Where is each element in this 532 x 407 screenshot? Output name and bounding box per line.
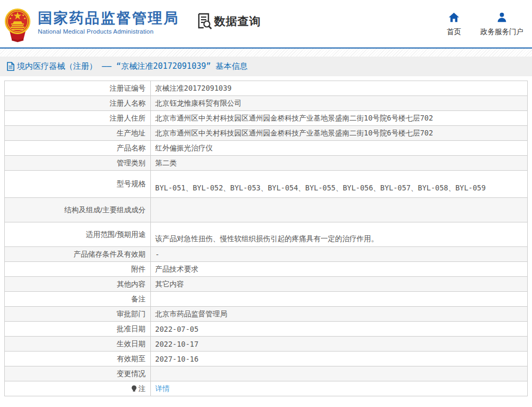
- row-label: 型号规格: [5, 171, 151, 197]
- detail-link[interactable]: 详情: [155, 384, 170, 394]
- row-value: 2027-10-16: [151, 352, 527, 366]
- row-value: [151, 292, 527, 306]
- row-value: 北京市通州区中关村科技园区通州园金桥科技产业基地景盛南二街10号院6号楼七层70…: [151, 111, 527, 125]
- table-row: 适用范围/预期用途该产品对急性扭伤、慢性软组织损伤引起的疼痛具有一定的治疗作用。: [5, 222, 527, 247]
- row-value: 该产品对急性扭伤、慢性软组织损伤引起的疼痛具有一定的治疗作用。: [151, 222, 527, 246]
- row-value: 京械注准20172091039: [151, 81, 527, 95]
- table-row: 变更情况: [5, 366, 527, 381]
- row-value: -: [151, 247, 527, 261]
- table-row: 管理类别第二类: [5, 156, 527, 171]
- row-label: 注册人住所: [5, 111, 151, 125]
- data-query-section: 数据查询: [197, 13, 261, 29]
- table-row: 注册证编号京械注准20172091039: [5, 81, 527, 96]
- row-value: 详情: [151, 381, 527, 396]
- table-row: 生效日期2022-10-17: [5, 337, 527, 352]
- table-row: 备注: [5, 292, 527, 307]
- table-row: 产品储存条件及有效期-: [5, 247, 527, 262]
- row-label: 生产地址: [5, 126, 151, 140]
- home-icon: [448, 12, 460, 23]
- agency-titles: 国家药品监督管理局 National Medical Products Admi…: [38, 11, 180, 35]
- row-value: 北京市药品监督管理局: [151, 307, 527, 321]
- data-query-icon: [197, 13, 212, 29]
- nav-gov-portal[interactable]: 政务服务门户: [480, 12, 523, 37]
- row-label: 审批部门: [5, 307, 151, 321]
- row-value: 2022-07-05: [151, 322, 527, 336]
- table-row: 注册人住所北京市通州区中关村科技园区通州园金桥科技产业基地景盛南二街10号院6号…: [5, 111, 527, 126]
- row-value: 其它内容: [151, 277, 527, 291]
- row-value: BYL-051、BYL-052、BYL-053、BYL-054、BYL-055、…: [151, 171, 527, 197]
- agency-brand: 国家药品监督管理局 National Medical Products Admi…: [4, 5, 180, 43]
- row-value: 红外偏振光治疗仪: [151, 141, 527, 155]
- agency-title-en: National Medical Products Administration: [38, 28, 180, 35]
- row-value: [151, 366, 527, 381]
- breadcrumb: 境内医疗器械（注册） —— “京械注准20172091039” 基本信息: [0, 57, 532, 76]
- national-emblem-icon: [4, 7, 31, 43]
- row-value: 2022-10-17: [151, 337, 527, 351]
- row-label: 产品储存条件及有效期: [5, 247, 151, 261]
- site-header: 国家药品监督管理局 National Medical Products Admi…: [0, 0, 532, 47]
- row-label: 其他内容: [5, 277, 151, 291]
- row-value: [151, 198, 527, 222]
- row-label: 适用范围/预期用途: [5, 222, 151, 246]
- row-value: 北京市通州区中关村科技园区通州园金桥科技产业基地景盛南二街10号院6号楼七层70…: [151, 126, 527, 140]
- breadcrumb-text: 境内医疗器械（注册） —— “京械注准20172091039” 基本信息: [17, 61, 248, 71]
- nav-gov-portal-label: 政务服务门户: [480, 27, 523, 37]
- row-label: 批准日期: [5, 322, 151, 336]
- row-label: 备注: [5, 292, 151, 306]
- row-label: 附件: [5, 262, 151, 276]
- hatch-band: [0, 49, 532, 57]
- table-row: 结构及组成/主要组成成分: [5, 198, 527, 222]
- header-nav: 首页 政务服务门户: [447, 12, 523, 37]
- row-label: 注: [5, 381, 151, 396]
- table-row: 注册人名称北京钰龙惟康科贸有限公司: [5, 96, 527, 111]
- row-value: 产品技术要求: [151, 262, 527, 276]
- row-value: 第二类: [151, 156, 527, 170]
- person-icon: [496, 12, 507, 23]
- row-label: 注册证编号: [5, 81, 151, 95]
- table-row: 产品名称红外偏振光治疗仪: [5, 141, 527, 156]
- document-icon: [7, 62, 14, 71]
- table-row: 生产地址北京市通州区中关村科技园区通州园金桥科技产业基地景盛南二街10号院6号楼…: [5, 126, 527, 141]
- nav-home[interactable]: 首页: [447, 12, 461, 37]
- row-label: 管理类别: [5, 156, 151, 170]
- table-row: 其他内容其它内容: [5, 277, 527, 292]
- row-label: 有效期至: [5, 352, 151, 366]
- row-label: 产品名称: [5, 141, 151, 155]
- row-label: 生效日期: [5, 337, 151, 351]
- table-row: 注详情: [5, 381, 527, 396]
- row-label: 变更情况: [5, 366, 151, 381]
- row-value: 北京钰龙惟康科贸有限公司: [151, 96, 527, 110]
- table-row: 审批部门北京市药品监督管理局: [5, 307, 527, 322]
- row-label: 结构及组成/主要组成成分: [5, 198, 151, 222]
- table-row: 批准日期2022-07-05: [5, 322, 527, 337]
- bulb-icon: [131, 385, 137, 392]
- table-row: 有效期至2027-10-16: [5, 352, 527, 366]
- row-label: 注册人名称: [5, 96, 151, 110]
- nav-home-label: 首页: [447, 27, 461, 37]
- agency-title-cn: 国家药品监督管理局: [38, 11, 180, 27]
- data-query-label: 数据查询: [214, 14, 261, 29]
- table-row: 型号规格BYL-051、BYL-052、BYL-053、BYL-054、BYL-…: [5, 171, 527, 198]
- table-row: 附件产品技术要求: [5, 262, 527, 277]
- info-table: 注册证编号京械注准20172091039注册人名称北京钰龙惟康科贸有限公司注册人…: [4, 81, 528, 396]
